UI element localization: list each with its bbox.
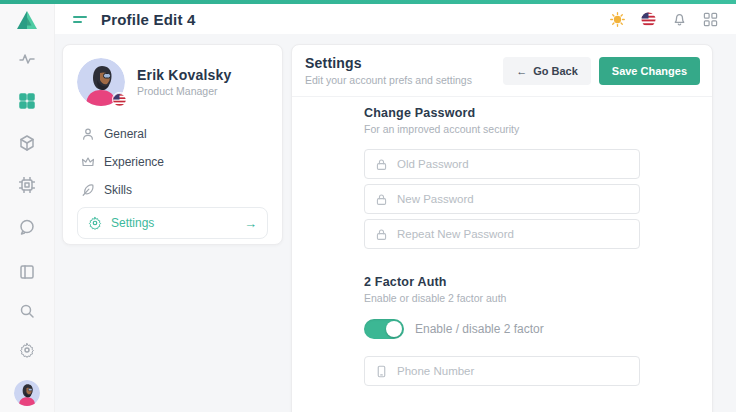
app-logo-triangle-icon <box>16 10 38 30</box>
app-window: Profile Edit 4 <box>0 0 736 412</box>
profile-header: Erik Kovalsky Product Manager <box>77 58 268 106</box>
user-avatar <box>77 58 125 106</box>
gear-icon <box>88 216 102 230</box>
menu-item-label: Skills <box>104 183 132 197</box>
feather-icon <box>81 183 95 197</box>
go-back-label: Go Back <box>533 65 578 77</box>
lock-icon <box>375 193 388 206</box>
two-factor-toggle[interactable] <box>364 319 404 339</box>
hamburger-menu-icon[interactable] <box>73 16 87 23</box>
settings-panel-header: Settings Edit your account prefs and set… <box>292 45 712 97</box>
save-changes-label: Save Changes <box>612 65 687 77</box>
sidebar-user-avatar[interactable] <box>14 380 40 406</box>
topbar-actions <box>609 11 718 27</box>
settings-form: Change Password For an improved account … <box>292 97 712 412</box>
language-us-flag-icon[interactable] <box>640 11 656 27</box>
panel-subtitle: Edit your account prefs and settings <box>305 74 472 86</box>
us-flag-badge-icon <box>112 92 127 107</box>
dashboard-grid-icon[interactable] <box>19 92 36 109</box>
smartphone-icon <box>375 365 388 378</box>
top-bar: Profile Edit 4 <box>55 4 736 34</box>
old-password-input[interactable] <box>397 158 629 170</box>
phone-number-field <box>364 356 640 386</box>
user-icon <box>81 127 95 141</box>
apps-grid-icon[interactable] <box>702 11 718 27</box>
panel-actions: ← Go Back Save Changes <box>503 57 700 85</box>
menu-item-label: Experience <box>104 155 164 169</box>
section-title: 2 Factor Auth <box>364 275 640 289</box>
two-factor-toggle-label: Enable / disable 2 factor <box>415 322 544 336</box>
gear-icon[interactable] <box>19 341 36 358</box>
bell-icon[interactable] <box>671 11 687 27</box>
arrow-left-icon: ← <box>516 65 527 77</box>
settings-panel: Settings Edit your account prefs and set… <box>291 44 713 412</box>
go-back-button[interactable]: ← Go Back <box>503 57 591 85</box>
activity-icon[interactable] <box>19 50 36 67</box>
menu-item-experience[interactable]: Experience <box>77 148 268 176</box>
section-subtitle: For an improved account security <box>364 123 640 135</box>
user-name: Erik Kovalsky <box>137 67 231 83</box>
crown-icon <box>81 155 95 169</box>
menu-item-label: General <box>104 127 147 141</box>
arrow-right-icon: → <box>244 217 257 230</box>
search-icon[interactable] <box>19 302 36 319</box>
menu-item-label: Settings <box>111 216 154 230</box>
repeat-password-field <box>364 219 640 249</box>
menu-item-settings[interactable]: Settings → <box>77 207 268 239</box>
box-icon[interactable] <box>19 134 36 151</box>
cpu-icon[interactable] <box>19 176 36 193</box>
content-area: Erik Kovalsky Product Manager General Ex… <box>55 34 736 412</box>
profile-identity: Erik Kovalsky Product Manager <box>137 67 231 97</box>
sidebar-nav-top <box>19 50 36 235</box>
two-factor-toggle-row: Enable / disable 2 factor <box>364 319 640 339</box>
repeat-password-input[interactable] <box>397 228 629 240</box>
section-subtitle: Enable or disable 2 factor auth <box>364 292 640 304</box>
save-changes-button[interactable]: Save Changes <box>599 57 700 85</box>
top-accent-bar <box>0 0 736 4</box>
icon-sidebar <box>0 4 55 412</box>
chat-icon[interactable] <box>19 218 36 235</box>
lock-icon <box>375 158 388 171</box>
change-password-section: Change Password For an improved account … <box>364 106 640 249</box>
new-password-input[interactable] <box>397 193 629 205</box>
menu-item-general[interactable]: General <box>77 120 268 148</box>
user-role: Product Manager <box>137 85 231 97</box>
columns-icon[interactable] <box>19 263 36 280</box>
page-title: Profile Edit 4 <box>101 11 196 28</box>
lock-icon <box>375 228 388 241</box>
menu-item-skills[interactable]: Skills <box>77 176 268 204</box>
sidebar-nav-bottom <box>14 263 40 406</box>
new-password-field <box>364 184 640 214</box>
profile-menu: General Experience Skills Settings → <box>77 120 268 239</box>
phone-number-input[interactable] <box>397 365 629 377</box>
old-password-field <box>364 149 640 179</box>
panel-title: Settings <box>305 55 472 71</box>
profile-card: Erik Kovalsky Product Manager General Ex… <box>62 44 283 245</box>
theme-sun-icon[interactable] <box>609 11 625 27</box>
section-title: Change Password <box>364 106 640 120</box>
panel-title-block: Settings Edit your account prefs and set… <box>305 55 472 86</box>
two-factor-section: 2 Factor Auth Enable or disable 2 factor… <box>364 275 640 386</box>
